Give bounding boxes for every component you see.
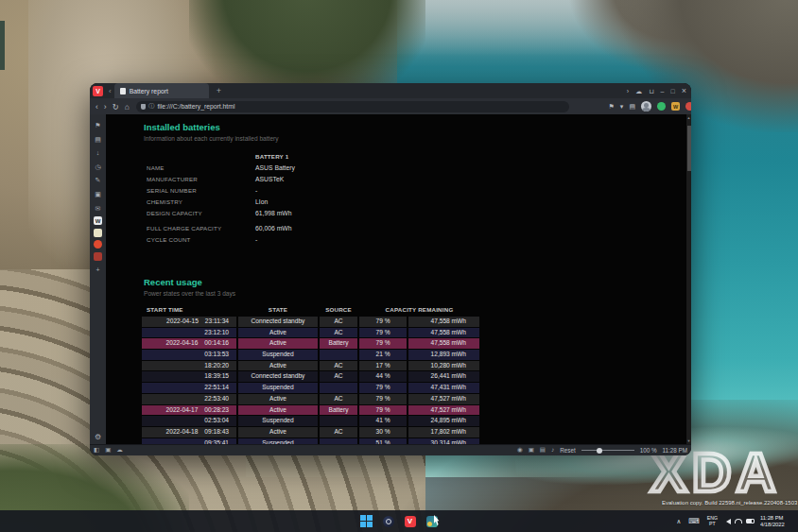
cell-date: 2022-04-16 [166, 340, 199, 347]
wikipedia-panel-icon[interactable]: W [94, 216, 102, 225]
bookmarks-icon[interactable]: ⚑ [93, 120, 103, 130]
webpanel-red-icon[interactable] [94, 252, 102, 261]
battery1-column-header: BATTERY 1 [255, 153, 288, 160]
tabbar-chevron-icon[interactable]: ‹ [109, 87, 112, 95]
installed-batteries-subtitle: Information about each currently install… [144, 135, 295, 142]
reddit-panel-icon[interactable] [94, 240, 102, 249]
cell-source [320, 383, 357, 393]
mail-panel-icon[interactable]: ✉ [93, 203, 103, 214]
cell-capacity-mwh: 47,431 mWh [408, 383, 479, 393]
downloads-icon[interactable]: ↓ [93, 147, 103, 158]
zoom-slider-knob[interactable] [597, 448, 602, 454]
cell-start-time: 18:20:20 [142, 361, 236, 371]
battery-icon [746, 519, 755, 523]
zoom-slider[interactable] [581, 450, 634, 452]
cell-time: 09:18:43 [204, 429, 236, 436]
toggle-images-icon[interactable]: ▤ [540, 447, 546, 454]
url-input[interactable]: ⓘ file:///C:/battery_report.html [136, 101, 569, 112]
tray-status-icons[interactable] [726, 519, 755, 524]
wifi-icon [735, 519, 742, 523]
scroll-down-icon[interactable]: ▼ [686, 438, 691, 443]
back-icon[interactable]: ‹ [95, 102, 98, 112]
usage-row: 03:13:53Suspended21 %12,893 mWh [142, 350, 479, 360]
titlebar-right-controls: › ☁ ⊔ – □ × [627, 83, 689, 98]
cell-source [320, 416, 357, 426]
profile-avatar[interactable] [641, 101, 651, 112]
maximize-button[interactable]: □ [671, 88, 675, 94]
addressbar-right-controls: ⚑ ▾ ▤ W [609, 98, 691, 114]
battery-info-row: CYCLE COUNT- [147, 233, 295, 245]
address-bar: ‹ › ↻ ⌂ ⓘ file:///C:/battery_report.html [90, 98, 691, 114]
browser-titlebar: V ‹ Battery report + › ☁ ⊔ – □ × [90, 83, 691, 98]
language-indicator[interactable]: ENG PT [707, 516, 718, 526]
webpanel-cream-icon[interactable] [94, 229, 102, 237]
cell-start-time: 2022-04-1809:18:43 [142, 427, 236, 438]
info-label: FULL CHARGE CAPACITY [147, 225, 255, 232]
cell-capacity-mwh: 10,280 mWh [408, 361, 479, 371]
vivaldi-menu-icon[interactable]: V [93, 86, 103, 96]
tab-overflow-icon[interactable]: › [627, 88, 629, 94]
cell-start-time: 22:53:40 [142, 394, 236, 404]
cell-capacity-percent: 21 % [359, 350, 407, 360]
closed-tabs-trash-icon[interactable]: ⊔ [649, 88, 653, 94]
taskbar-time: 11:28 PM [760, 515, 783, 522]
add-webpanel-icon[interactable]: + [93, 265, 103, 275]
usage-row: 18:39:15Connected standbyAC44 %26,441 mW… [142, 371, 479, 382]
cell-capacity-mwh: 47,558 mWh [408, 338, 479, 349]
taskbar-clock[interactable]: 11:28 PM 4/18/2022 [760, 515, 798, 527]
cell-capacity-mwh: 24,895 mWh [408, 416, 479, 426]
extension-orange-icon[interactable]: W [671, 102, 680, 111]
recent-usage-section: Recent usage Power states over the last … [144, 277, 479, 444]
recent-usage-title: Recent usage [144, 277, 479, 287]
zoom-reset-button[interactable]: Reset [560, 447, 575, 454]
reading-view-icon[interactable]: ▤ [629, 103, 635, 111]
battery-info-row: CHEMISTRYLIon [147, 196, 295, 207]
extension-red-icon[interactable] [685, 102, 691, 111]
tray-overflow-icon[interactable]: ∧ [676, 518, 681, 525]
cell-source: AC [320, 361, 357, 371]
cell-time: 00:28:23 [204, 407, 236, 414]
tab-battery-report[interactable]: Battery report [114, 83, 209, 98]
notes-icon[interactable]: ✎ [93, 175, 103, 185]
forward-icon[interactable]: › [104, 102, 107, 112]
tab-audio-icon[interactable]: ♪ [551, 447, 554, 454]
close-button[interactable]: × [682, 87, 686, 95]
statusbar-left-icons: ◧▣☁ [94, 447, 123, 454]
tab-title: Battery report [130, 88, 168, 94]
capture-page-icon[interactable]: ▣ [105, 447, 111, 454]
cell-capacity-mwh: 47,527 mWh [408, 405, 479, 416]
cell-state: Active [238, 361, 318, 371]
new-tab-button[interactable]: + [217, 86, 221, 95]
info-label: SERIAL NUMBER [147, 187, 255, 194]
extension-green-icon[interactable] [657, 102, 666, 111]
history-icon[interactable]: ◷ [93, 162, 103, 172]
panel-toggle-icon[interactable]: ◧ [94, 447, 99, 454]
site-info-icon[interactable]: ⓘ [148, 102, 155, 111]
bookmark-caret-icon[interactable]: ▾ [620, 103, 624, 111]
settings-gear-icon[interactable]: ⚙ [90, 433, 106, 441]
info-value: 60,006 mWh [255, 225, 292, 232]
touch-keyboard-icon[interactable]: ⌨ [688, 517, 700, 525]
cell-capacity-percent: 79 % [359, 317, 407, 327]
cell-state: Connected standby [238, 317, 318, 327]
cell-capacity-percent: 79 % [359, 394, 407, 404]
scroll-up-icon[interactable]: ▲ [686, 115, 691, 120]
window-panel-icon[interactable]: ▣ [93, 189, 103, 199]
minimize-button[interactable]: – [661, 88, 665, 94]
cell-time: 18:20:20 [204, 363, 236, 369]
reload-icon[interactable]: ↻ [113, 102, 119, 112]
page-actions-icon[interactable]: ◉ [517, 447, 523, 454]
bookmark-flag-icon[interactable]: ⚑ [609, 103, 615, 111]
search-button[interactable] [382, 515, 394, 527]
capture-icon[interactable]: ▣ [529, 447, 534, 454]
page-scrollbar[interactable]: ▲ ▼ [686, 114, 691, 444]
home-icon[interactable]: ⌂ [125, 102, 130, 112]
taskbar-vivaldi-button[interactable]: V [404, 515, 416, 527]
sync-status-icon[interactable]: ☁ [116, 447, 123, 454]
volume-icon [726, 519, 731, 524]
reading-list-icon[interactable]: ▤ [93, 134, 103, 145]
scrollbar-thumb[interactable] [687, 126, 691, 171]
synced-tabs-icon[interactable]: ☁ [635, 88, 642, 94]
start-button[interactable] [360, 515, 373, 527]
usage-row: 02:53:04Suspended41 %24,895 mWh [142, 416, 479, 426]
